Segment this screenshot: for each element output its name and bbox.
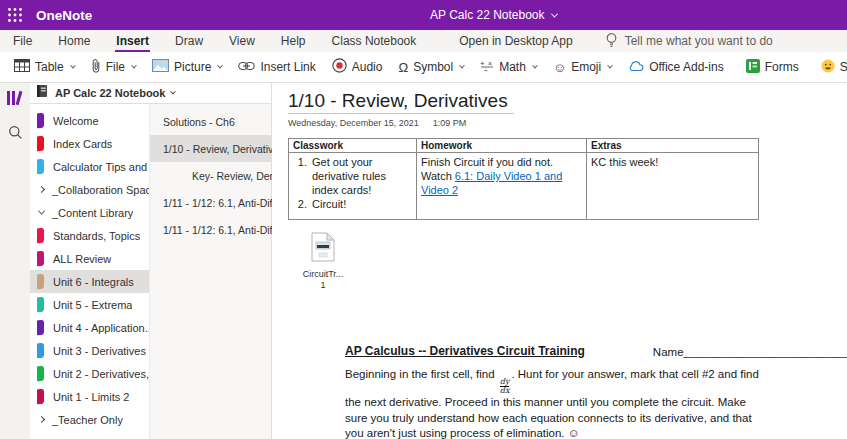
- title-bar: OneNote AP Calc 22 Notebook: [0, 0, 847, 30]
- classwork-list: Get out your derivative rules index card…: [293, 155, 412, 211]
- chevron-down-icon: [459, 63, 465, 69]
- search-button[interactable]: [0, 117, 30, 151]
- symbol-button[interactable]: Ω Symbol: [390, 52, 472, 83]
- picture-button[interactable]: Picture: [144, 52, 230, 83]
- menu-home[interactable]: Home: [45, 30, 103, 52]
- stickers-label: Stickers: [840, 60, 847, 74]
- pages-pane: Solutions - Ch6 1/10 - Review, Derivativ…: [150, 104, 271, 439]
- chevron-down-icon: [607, 63, 613, 69]
- section-standards-topics[interactable]: Standards, Topics: [30, 224, 149, 247]
- section-label: Unit 2 - Derivatives,...: [53, 368, 149, 380]
- menu-draw[interactable]: Draw: [162, 30, 216, 52]
- chevron-right-icon: [38, 186, 45, 193]
- symbol-label: Symbol: [413, 60, 453, 74]
- chevron-down-icon: [70, 63, 76, 69]
- lightbulb-icon: [605, 32, 618, 51]
- section-unit-6-integrals[interactable]: Unit 6 - Integrals: [30, 270, 149, 293]
- sidebar: AP Calc 22 Notebook Welcome Index Cards …: [30, 83, 272, 439]
- office-addins-button[interactable]: Office Add-ins: [620, 52, 731, 83]
- notebook-title-text: AP Calc 22 Notebook: [430, 8, 545, 22]
- chevron-right-icon: [38, 416, 45, 423]
- section-unit-5-extrema[interactable]: Unit 5 - Extrema: [30, 293, 149, 316]
- forms-icon: [746, 59, 760, 76]
- section-label: Calculator Tips and Tr...: [53, 161, 149, 173]
- fraction-numerator: dy: [500, 378, 510, 386]
- section-color-bar: [37, 159, 44, 175]
- notebook-title-dropdown[interactable]: AP Calc 22 Notebook: [430, 0, 557, 30]
- chevron-down-icon: [218, 63, 224, 69]
- notebooks-nav-button[interactable]: [0, 83, 30, 117]
- section-calculator-tips[interactable]: Calculator Tips and Tr...: [30, 155, 149, 178]
- attachment-circuit-file[interactable]: CircuitTr... 1: [300, 232, 346, 290]
- app-launcher-waffle-icon[interactable]: [0, 0, 30, 30]
- classwork-item: Circuit!: [310, 197, 412, 211]
- section-unit-3-derivatives[interactable]: Unit 3 - Derivatives ...: [30, 339, 149, 362]
- section-label: Welcome: [53, 115, 99, 127]
- section-unit-4-application[interactable]: Unit 4 - Application...: [30, 316, 149, 339]
- search-icon: [8, 125, 23, 144]
- page-canvas[interactable]: 1/10 - Review, Derivatives Wednesday, De…: [272, 83, 847, 439]
- forms-button[interactable]: Forms: [738, 52, 807, 83]
- page-1-11-anti-dif-1[interactable]: 1/11 - 1/12: 6.1, Anti-Dif...: [150, 189, 271, 216]
- emoji-button[interactable]: ☺ Emoji: [545, 52, 620, 83]
- menu-file[interactable]: File: [0, 30, 45, 52]
- page-1-10-review-derivatives[interactable]: 1/10 - Review, Derivatives: [150, 135, 271, 162]
- section-all-review[interactable]: ALL Review: [30, 247, 149, 270]
- menu-help[interactable]: Help: [268, 30, 319, 52]
- menu-bar: File Home Insert Draw View Help Class No…: [0, 30, 847, 52]
- audio-label: Audio: [352, 60, 383, 74]
- forms-label: Forms: [765, 60, 799, 74]
- page-key-review-derivatives[interactable]: Key- Review, Derivatives: [150, 162, 271, 189]
- section-unit-1-limits[interactable]: Unit 1 - Limits 2: [30, 385, 149, 408]
- audio-button[interactable]: Audio: [324, 52, 391, 83]
- section-group-content-library[interactable]: _Content Library: [30, 201, 149, 224]
- sidebar-notebook-label: AP Calc 22 Notebook: [55, 87, 165, 99]
- attachment-count: 1: [320, 280, 325, 290]
- section-welcome[interactable]: Welcome: [30, 109, 149, 132]
- table-header-classwork: Classwork: [289, 139, 417, 153]
- table-label: Table: [35, 60, 64, 74]
- notebook-icon: [36, 84, 49, 102]
- section-color-bar: [37, 320, 44, 336]
- section-color-bar: [37, 343, 44, 359]
- chevron-down-icon: [38, 208, 45, 215]
- menu-view[interactable]: View: [216, 30, 268, 52]
- chevron-down-icon: [550, 10, 557, 17]
- section-label: ALL Review: [53, 253, 111, 265]
- section-index-cards[interactable]: Index Cards: [30, 132, 149, 155]
- table-icon: [14, 59, 30, 75]
- instructions-before-frac: Beginning in the first cell, find: [345, 368, 498, 380]
- sidebar-notebook-dropdown[interactable]: AP Calc 22 Notebook: [30, 83, 271, 104]
- stickers-button[interactable]: Stickers: [813, 52, 847, 83]
- workspace: AP Calc 22 Notebook Welcome Index Cards …: [0, 83, 847, 439]
- section-label: Unit 1 - Limits 2: [53, 391, 129, 403]
- math-icon: + × ÷: [480, 59, 494, 76]
- name-blank-line: _____________________________: [684, 346, 847, 358]
- section-color-bar: [37, 274, 44, 290]
- table-button[interactable]: Table: [6, 52, 83, 83]
- emoji-label: Emoji: [571, 60, 601, 74]
- section-group-teacher-only[interactable]: _Teacher Only: [30, 408, 149, 431]
- section-label: _Teacher Only: [52, 414, 123, 426]
- classwork-item: Get out your derivative rules index card…: [310, 155, 412, 197]
- insert-ribbon: Table File Picture I: [0, 52, 847, 83]
- omega-icon: Ω: [398, 61, 408, 74]
- sidebar-body: Welcome Index Cards Calculator Tips and …: [30, 104, 271, 439]
- page-1-11-anti-dif-2[interactable]: 1/11 - 1/12: 6.1, Anti-Dif...: [150, 216, 271, 243]
- open-in-desktop-app-button[interactable]: Open in Desktop App: [449, 30, 582, 52]
- nav-strip: [0, 83, 30, 439]
- menu-class-notebook[interactable]: Class Notebook: [319, 30, 430, 52]
- insert-link-button[interactable]: Insert Link: [230, 52, 323, 83]
- extras-cell: KC this week!: [587, 153, 759, 220]
- section-label: Standards, Topics: [53, 230, 140, 242]
- file-attach-button[interactable]: File: [83, 52, 144, 83]
- tell-me-label: Tell me what you want to do: [625, 34, 773, 48]
- menu-insert[interactable]: Insert: [103, 30, 162, 52]
- section-group-collaboration-space[interactable]: _Collaboration Space: [30, 178, 149, 201]
- math-button[interactable]: + × ÷ Math: [472, 52, 545, 83]
- page-solutions-ch6[interactable]: Solutions - Ch6: [150, 108, 271, 135]
- tell-me-search[interactable]: Tell me what you want to do: [605, 32, 773, 51]
- page-title[interactable]: 1/10 - Review, Derivatives: [288, 90, 514, 114]
- classwork-homework-table: Classwork Homework Extras Get out your d…: [288, 138, 759, 220]
- section-unit-2-derivatives[interactable]: Unit 2 - Derivatives,...: [30, 362, 149, 385]
